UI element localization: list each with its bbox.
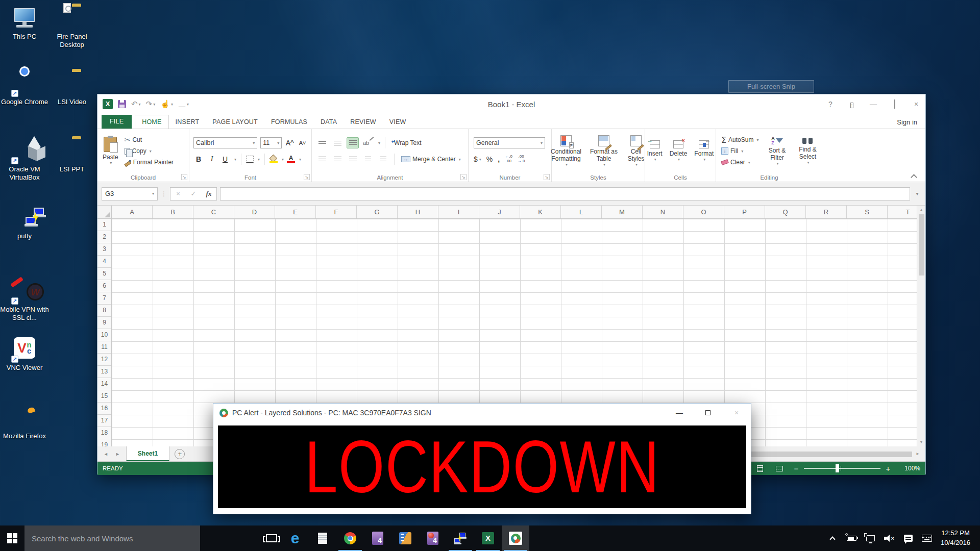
wrap-text-button[interactable]: Wrap Text <box>390 137 424 148</box>
middle-align-button[interactable] <box>331 137 344 148</box>
close-button[interactable]: × <box>911 100 921 108</box>
taskbar-app-purple-4-orb-app[interactable]: 4 <box>419 525 447 551</box>
paste-button[interactable]: Paste ▾ <box>100 131 121 171</box>
column-header-S[interactable]: S <box>847 206 888 218</box>
column-header-L[interactable]: L <box>561 206 602 218</box>
collapse-ribbon-button[interactable] <box>911 173 916 179</box>
prev-sheet-button[interactable]: ◄ <box>104 452 108 457</box>
format-painter-button[interactable]: Format Painter <box>122 157 176 168</box>
help-button[interactable]: ? <box>825 100 836 108</box>
decrease-indent-button[interactable] <box>362 154 374 165</box>
row-header-1[interactable]: 1 <box>97 219 111 231</box>
currency-format-button[interactable]: $ <box>474 155 478 163</box>
format-cells-button[interactable]: ↔ Format▾ <box>691 131 717 171</box>
name-box[interactable]: G3▾ <box>102 187 158 201</box>
font-family-select[interactable]: Calibri▾ <box>193 137 257 148</box>
taskbar-app-excel[interactable]: X <box>474 525 502 551</box>
expand-formula-bar-button[interactable]: ▾ <box>913 191 921 196</box>
row-header-10[interactable]: 10 <box>97 329 111 341</box>
cancel-entry-button[interactable]: × <box>170 190 186 197</box>
sheet-tab-sheet1[interactable]: Sheet1 <box>126 446 169 461</box>
format-as-table-button[interactable]: Format as Table▾ <box>586 131 621 171</box>
desktop-icon-lsi-ppt[interactable]: LSI PPT <box>47 139 96 173</box>
ribbon-tab-view[interactable]: VIEW <box>383 115 413 129</box>
column-header-H[interactable]: H <box>398 206 438 218</box>
ribbon-tab-page-layout[interactable]: PAGE LAYOUT <box>206 115 264 129</box>
column-header-Q[interactable]: Q <box>765 206 806 218</box>
ribbon-tab-review[interactable]: REVIEW <box>344 115 383 129</box>
zoom-in-button[interactable]: + <box>885 464 892 473</box>
next-sheet-button[interactable]: ► <box>115 452 120 457</box>
insert-cells-button[interactable]: ← Insert▾ <box>644 131 666 171</box>
tray-volume-muted-icon[interactable]: × <box>884 533 894 544</box>
row-header-5[interactable]: 5 <box>97 268 111 280</box>
save-button[interactable] <box>118 100 126 108</box>
row-header-6[interactable]: 6 <box>97 280 111 292</box>
column-header-F[interactable]: F <box>316 206 357 218</box>
borders-button[interactable] <box>246 156 254 163</box>
number-format-select[interactable]: General▾ <box>474 137 545 148</box>
column-header-M[interactable]: M <box>602 206 643 218</box>
confirm-entry-button[interactable]: ✓ <box>186 190 201 197</box>
find-select-button[interactable]: Find & Select▾ <box>793 131 822 171</box>
desktop-icon-fire-panel-desktop[interactable]: Fire Panel Desktop <box>47 6 96 49</box>
taskbar-app-pc-alert[interactable] <box>502 525 529 551</box>
desktop-icon-mobile-vpn[interactable]: W↗Mobile VPN with SSL cl... <box>0 279 49 322</box>
sign-in-link[interactable]: Sign in <box>897 118 917 126</box>
delete-cells-button[interactable]: × Delete▾ <box>667 131 691 171</box>
column-header-A[interactable]: A <box>112 206 153 218</box>
orientation-button[interactable]: ab <box>362 137 374 148</box>
row-header-16[interactable]: 16 <box>97 403 111 415</box>
minimize-button[interactable]: — <box>868 100 878 108</box>
desktop-icon-lsi-video[interactable]: LSI Video <box>47 71 96 106</box>
bold-button[interactable]: B <box>193 155 204 163</box>
taskbar-clock[interactable]: 12:52 PM 10/4/2016 <box>932 525 979 551</box>
zoom-slider-thumb[interactable] <box>836 464 839 472</box>
column-header-E[interactable]: E <box>275 206 316 218</box>
sort-filter-button[interactable]: AZ Sort & Filter▾ <box>763 131 791 171</box>
page-layout-view-button[interactable] <box>754 463 766 473</box>
italic-button[interactable]: I <box>207 155 217 163</box>
merge-center-button[interactable]: ↔Merge & Center▾ <box>399 154 463 165</box>
vertical-scrollbar[interactable]: ▲ ▼ <box>917 206 925 446</box>
font-color-button[interactable]: A <box>287 155 295 163</box>
tray-touch-keyboard-icon[interactable] <box>922 533 932 544</box>
column-header-J[interactable]: J <box>479 206 520 218</box>
taskbar-app-purple-4-app[interactable]: 4 <box>364 525 391 551</box>
desktop-icon-putty[interactable]: putty <box>0 206 49 240</box>
clipboard-dialog-launcher[interactable]: ↘ <box>181 174 187 180</box>
touch-mode-button[interactable]: ☝▾ <box>160 99 173 109</box>
tray-chevron-up-icon[interactable] <box>827 533 838 544</box>
row-header-17[interactable]: 17 <box>97 415 111 427</box>
row-header-9[interactable]: 9 <box>97 317 111 329</box>
horizontal-scrollbar[interactable]: ◄ ► <box>732 450 921 458</box>
alignment-dialog-launcher[interactable]: ↘ <box>460 174 467 180</box>
row-header-2[interactable]: 2 <box>97 231 111 243</box>
alert-maximize-button[interactable] <box>694 404 722 422</box>
align-center-button[interactable] <box>331 154 344 165</box>
page-break-view-button[interactable] <box>773 463 786 473</box>
desktop-icon-vnc-viewer[interactable]: Vnc↗VNC Viewer <box>0 336 49 372</box>
ribbon-tab-insert[interactable]: INSERT <box>169 115 206 129</box>
alert-close-button[interactable]: × <box>722 404 751 422</box>
font-size-select[interactable]: 11▾ <box>260 137 282 148</box>
font-dialog-launcher[interactable]: ↘ <box>304 174 310 180</box>
increase-decimal-button[interactable]: ←.0.00 <box>505 155 512 164</box>
column-header-T[interactable]: T <box>888 206 917 218</box>
row-header-14[interactable]: 14 <box>97 378 111 390</box>
insert-function-button[interactable]: fx <box>201 190 216 198</box>
decrease-font-button[interactable]: A˅ <box>298 140 307 146</box>
column-header-R[interactable]: R <box>806 206 847 218</box>
conditional-formatting-button[interactable]: ≠ Conditional Formatting▾ <box>547 131 585 171</box>
row-header-12[interactable]: 12 <box>97 354 111 366</box>
taskbar-app-edge[interactable]: e <box>281 525 309 551</box>
row-header-18[interactable]: 18 <box>97 427 111 439</box>
taskbar-app-chrome[interactable] <box>336 525 364 551</box>
desktop-icon-mozilla-firefox[interactable]: Mozilla Firefox <box>0 406 49 440</box>
horizontal-scroll-thumb[interactable] <box>742 452 912 457</box>
ribbon-tab-file[interactable]: FILE <box>102 115 132 129</box>
column-header-K[interactable]: K <box>520 206 561 218</box>
align-left-button[interactable] <box>316 154 328 165</box>
scroll-right-arrow[interactable]: ► <box>914 450 921 458</box>
increase-indent-button[interactable] <box>377 154 389 165</box>
